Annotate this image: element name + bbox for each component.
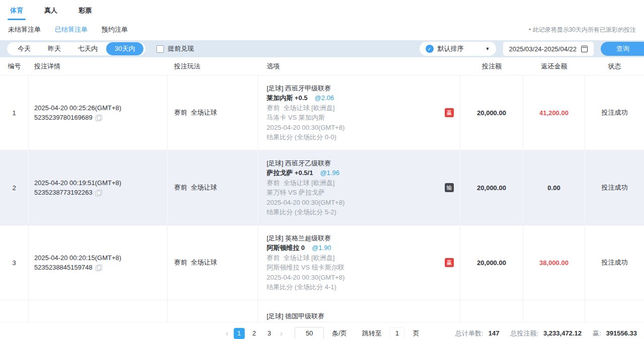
- bet-status: 投注成功: [585, 108, 644, 117]
- tab-sports[interactable]: 体育: [8, 5, 25, 20]
- match-teams: 莱万特 VS 萨拉戈萨: [267, 188, 460, 198]
- selection-name: 莱加内斯 +0.5: [267, 94, 307, 102]
- range-7days-button[interactable]: 七天内: [69, 42, 106, 55]
- bet-id: 5235239780169689: [34, 113, 93, 122]
- bet-type: 赛前 全场让球: [174, 183, 258, 192]
- selection-name: 萨拉戈萨 +0.5/1: [267, 169, 313, 177]
- match-teams: 阿斯顿维拉 VS 纽卡斯尔联: [267, 263, 460, 273]
- page-2-button[interactable]: 2: [249, 328, 260, 339]
- query-button[interactable]: 查询: [601, 42, 644, 56]
- return-amount: 41,200.00: [523, 109, 585, 117]
- check-circle-icon: ✓: [426, 45, 434, 53]
- lose-badge: 输: [445, 183, 454, 192]
- copy-icon[interactable]: [96, 115, 101, 121]
- date-range-picker[interactable]: 2025/03/24-2025/04/22: [503, 42, 594, 56]
- stake-amount: 20,000.00: [460, 259, 523, 267]
- top-bar: 体育 真人 彩票 未结算注单 已结算注单 预约注单 • 此记录将显示30天内所有…: [0, 0, 644, 40]
- records-note: • 此记录将显示30天内所有已派彩的投注: [529, 26, 636, 34]
- match-time: 2025-04-20 00:30(GMT+8): [267, 273, 460, 283]
- totals-summary: 总计单数: 147 总投注额: 3,233,472.12 赢: 391556.3…: [455, 329, 637, 338]
- page-3-button[interactable]: 3: [264, 328, 275, 339]
- page-1-button[interactable]: 1: [233, 328, 245, 339]
- row-number: 1: [0, 109, 28, 117]
- pagination: ‹ 1 2 3 › 条/页 跳转至 页: [225, 327, 420, 339]
- header-bet-details: 投注详情: [29, 62, 168, 71]
- total-stake-value: 3,233,472.12: [543, 329, 582, 337]
- odds-value: @1.90: [312, 244, 332, 251]
- footer-bar: ‹ 1 2 3 › 条/页 跳转至 页 总计单数: 147 总投注额: 3,23…: [0, 322, 644, 339]
- early-cashout-option[interactable]: 提前兑现: [156, 44, 194, 53]
- match-teams: 马洛卡 VS 莱加内斯: [267, 113, 460, 123]
- date-range-group: 今天 昨天 七天内 30天内: [7, 42, 145, 55]
- range-today-button[interactable]: 今天: [9, 42, 39, 55]
- early-cashout-checkbox[interactable]: [156, 45, 164, 53]
- header-number: 编号: [0, 62, 29, 71]
- sort-label: 默认排序: [438, 44, 464, 53]
- chevron-down-icon: ▼: [486, 46, 490, 51]
- total-win-value: 391556.33: [606, 329, 637, 337]
- table-body: 1 2025-04-20 00:25:26(GMT+8) 52352397801…: [0, 75, 644, 322]
- early-cashout-label: 提前兑现: [168, 44, 194, 53]
- stake-amount: 20,000.00: [460, 184, 523, 192]
- total-count-value: 147: [489, 329, 500, 337]
- filter-bar: 今天 昨天 七天内 30天内 提前兑现 ✓ 默认排序 ▼ 2025/03/24-…: [0, 40, 644, 57]
- bet-type: 赛前 全场让球: [174, 108, 258, 117]
- bet-status: 投注成功: [585, 258, 644, 267]
- date-range-value: 2025/03/24-2025/04/22: [509, 45, 577, 53]
- win-badge: 赢: [445, 108, 454, 117]
- tab-settled-bets[interactable]: 已结算注单: [55, 25, 88, 34]
- selection-name: 阿斯顿维拉 0: [267, 244, 305, 251]
- jump-to-label: 跳转至: [362, 329, 381, 338]
- sort-dropdown[interactable]: ✓ 默认排序 ▼: [420, 42, 496, 56]
- header-selection: 选项: [258, 62, 460, 71]
- table-row: 2 2025-04-20 00:19:51(GMT+8) 52352387731…: [0, 150, 644, 225]
- copy-icon[interactable]: [96, 190, 101, 196]
- result-score: 结果比分 (全场比分 4-1): [267, 282, 460, 292]
- bet-time: 2025-04-20 00:25:26(GMT+8): [34, 103, 167, 113]
- main-tabs: 体育 真人 彩票: [8, 5, 636, 20]
- per-page-input[interactable]: [295, 327, 324, 339]
- bet-id: 5235238845159748: [34, 263, 93, 272]
- row-number: 3: [0, 259, 28, 267]
- sub-tabs: 未结算注单 已结算注单 预约注单: [8, 25, 128, 34]
- tab-lottery[interactable]: 彩票: [76, 5, 94, 20]
- total-win-label: 赢:: [593, 329, 601, 338]
- league-name: [足球] 德国甲级联赛: [267, 311, 460, 321]
- tab-live[interactable]: 真人: [42, 5, 59, 20]
- league-name: [足球] 西班牙甲级联赛: [267, 83, 460, 94]
- league-name: [足球] 英格兰超级联赛: [267, 233, 460, 243]
- range-30days-button[interactable]: 30天内: [106, 42, 143, 55]
- header-return: 返还金额: [523, 62, 585, 71]
- league-name: [足球] 西班牙乙级联赛: [267, 158, 460, 168]
- tab-unsettled-bets[interactable]: 未结算注单: [8, 25, 41, 34]
- table-header: 编号 投注详情 投注玩法 选项 投注额 返还金额 状态: [0, 57, 644, 75]
- prev-page-icon[interactable]: ‹: [225, 329, 230, 337]
- range-yesterday-button[interactable]: 昨天: [39, 42, 69, 55]
- market-info: 赛前 全场让球 [欧洲盘]: [267, 178, 460, 188]
- return-amount: 38,000.00: [523, 259, 585, 267]
- header-bet-type: 投注玩法: [168, 62, 258, 71]
- header-status: 状态: [585, 62, 644, 71]
- table-row: 3 2025-04-20 00:20:15(GMT+8) 52352388451…: [0, 225, 644, 300]
- match-time: 2025-04-20 00:30(GMT+8): [267, 198, 460, 208]
- match-time: 2025-04-20 00:30(GMT+8): [267, 123, 460, 133]
- bet-type: 赛前 全场让球: [174, 258, 258, 267]
- next-page-icon[interactable]: ›: [279, 329, 284, 337]
- bet-status: 投注成功: [585, 183, 644, 192]
- tab-reserved-bets[interactable]: 预约注单: [102, 25, 128, 34]
- copy-icon[interactable]: [96, 265, 101, 271]
- per-page-unit: 条/页: [332, 329, 347, 338]
- stake-amount: 20,000.00: [460, 109, 523, 117]
- total-stake-label: 总投注额:: [510, 329, 538, 338]
- market-info: 赛前 全场让球 [欧洲盘]: [267, 103, 460, 113]
- table-row: [足球] 德国甲级联赛: [0, 300, 644, 322]
- jump-page-input[interactable]: [389, 327, 405, 339]
- row-number: 2: [0, 184, 28, 192]
- result-score: 结果比分 (全场比分 5-2): [267, 207, 460, 217]
- bet-id: 5235238773192263: [34, 188, 93, 197]
- odds-value: @2.06: [314, 94, 334, 102]
- result-score: 结果比分 (全场比分 0-0): [267, 132, 460, 142]
- odds-value: @1.96: [320, 169, 340, 177]
- header-stake: 投注额: [460, 62, 523, 71]
- market-info: 赛前 全场让球 [欧洲盘]: [267, 253, 460, 263]
